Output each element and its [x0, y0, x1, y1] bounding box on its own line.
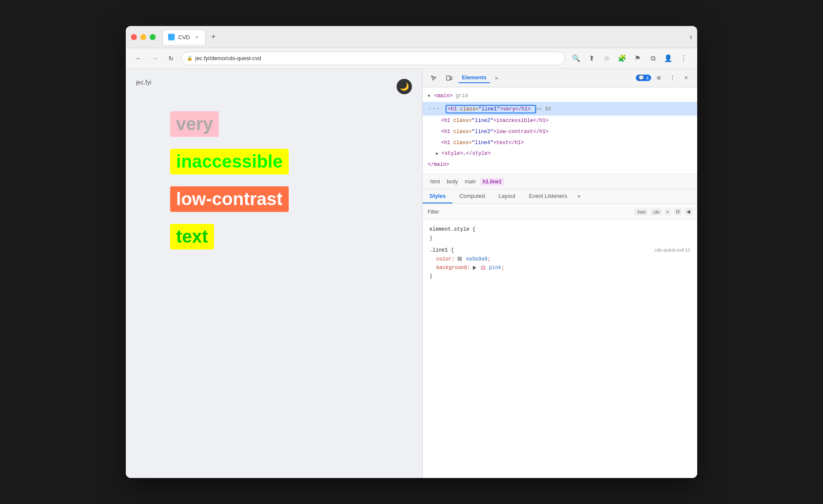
profile-icon[interactable]: 👤	[661, 52, 675, 65]
text-line-text: text	[170, 224, 214, 249]
css-selector-line1[interactable]: .line1 {	[429, 247, 454, 253]
toggle-style-button[interactable]: ⊟	[674, 208, 682, 215]
breadcrumb-main[interactable]: main	[462, 178, 478, 185]
hov-button[interactable]: :hov	[635, 209, 648, 215]
svg-rect-0	[446, 76, 450, 80]
menu-icon[interactable]: ⋮	[677, 52, 690, 65]
close-window-button[interactable]	[131, 34, 137, 40]
badge-count: 4	[646, 75, 649, 81]
text-items: very inaccessible low-contrast text	[136, 98, 412, 249]
tab-favicon: 🌐	[168, 34, 175, 41]
dom-row-main-close[interactable]: </main>	[423, 159, 697, 171]
cls-button[interactable]: .cls	[650, 209, 662, 215]
css-source-link[interactable]: cds-quest-cvd:11	[655, 246, 690, 254]
css-rules: element.style { } .line1 { cds-quest-cvd…	[423, 220, 697, 478]
split-icon[interactable]: ⧉	[646, 52, 660, 65]
filter-bar: Filter :hov .cls + ⊟ ◀	[423, 204, 697, 220]
traffic-lights	[131, 34, 156, 40]
address-bar[interactable]: 🔒 jec.fyi/demo/cds-quest-cvd	[181, 52, 565, 65]
tab-event-listeners[interactable]: Event Listeners	[522, 189, 574, 203]
color-swatch-pink[interactable]	[481, 266, 485, 270]
styles-tabs: Styles Computed Layout Event Listeners »	[423, 189, 697, 204]
share-icon[interactable]: ⬆	[585, 52, 598, 65]
tab-label: CVD	[178, 34, 190, 41]
text-line-low-contrast: low-contrast	[170, 186, 289, 212]
page-content: jec.fyi 🌙 very inaccessible low-contrast…	[126, 69, 422, 478]
search-icon[interactable]: 🔍	[569, 52, 583, 65]
css-selector-element-style: element.style {	[429, 226, 475, 232]
add-style-button[interactable]: +	[664, 209, 671, 215]
css-property-background[interactable]: background: pink;	[429, 264, 690, 272]
new-tab-button[interactable]: +	[207, 31, 219, 43]
dark-mode-button[interactable]: 🌙	[397, 79, 412, 94]
selected-element-highlight: <h1 class="line1">very</h1>	[446, 105, 536, 113]
more-tabs-button[interactable]: »	[493, 73, 500, 83]
css-block-element-style: element.style { }	[423, 223, 697, 244]
collapse-button[interactable]: ◀	[684, 208, 692, 215]
filter-input[interactable]: Filter	[428, 209, 631, 215]
tab-styles[interactable]: Styles	[423, 189, 452, 203]
devtools-settings-icon[interactable]: ⚙	[653, 72, 665, 84]
breadcrumb-bar: html body main h1.line1	[423, 174, 697, 189]
tab-computed[interactable]: Computed	[452, 189, 492, 203]
dom-row-main[interactable]: ▼ <main> grid	[423, 91, 697, 102]
dom-row-h1-line2[interactable]: <h1 class="line2">inaccessible</h1>	[423, 116, 697, 127]
css-property-color[interactable]: color: #a9a9a9;	[429, 255, 690, 264]
extension-icon[interactable]: 🧩	[615, 52, 629, 65]
main-area: jec.fyi 🌙 very inaccessible low-contrast…	[126, 69, 697, 478]
devtools-toolbar-right: 💬 4 ⚙ ⋮ ×	[636, 72, 692, 84]
inspect-element-icon[interactable]	[428, 72, 440, 84]
svg-rect-1	[450, 77, 452, 80]
dom-tree: ▼ <main> grid ··· <h1 class="line1">very…	[423, 87, 697, 174]
lock-icon: 🔒	[187, 55, 193, 61]
browser-window: 🌐 CVD × + › ← → ↻ 🔒 jec.fyi/demo/cds-que…	[126, 26, 697, 478]
flag-icon[interactable]: ⚑	[631, 52, 644, 65]
minimize-window-button[interactable]	[140, 34, 146, 40]
dom-row-style[interactable]: ▶ <style>…</style>	[423, 148, 697, 159]
forward-button[interactable]: →	[149, 52, 161, 64]
breadcrumb-html[interactable]: html	[428, 178, 443, 185]
dom-row-dots: ···	[428, 105, 440, 113]
nav-icons-right: 🔍 ⬆ ☆ 🧩 ⚑ ⧉ 👤 ⋮	[569, 52, 690, 65]
address-text: jec.fyi/demo/cds-quest-cvd	[195, 55, 261, 61]
devtools-toolbar: Elements » 💬 4 ⚙ ⋮ ×	[423, 69, 697, 87]
devtools-more-menu[interactable]: ⋮	[667, 72, 678, 84]
color-swatch-a9a9a9[interactable]	[458, 257, 462, 261]
maximize-window-button[interactable]	[150, 34, 156, 40]
tab-bar: 🌐 CVD × +	[162, 29, 686, 45]
dom-row-h1-line3[interactable]: <h1 class="line3">low-contrast</h1>	[423, 127, 697, 138]
nav-bar: ← → ↻ 🔒 jec.fyi/demo/cds-quest-cvd 🔍 ⬆ ☆…	[126, 48, 697, 69]
tab-close-button[interactable]: ×	[193, 34, 200, 41]
badge-icon: 💬	[638, 75, 644, 81]
text-line-inaccessible: inaccessible	[170, 149, 289, 174]
breadcrumb-body[interactable]: body	[444, 178, 461, 185]
refresh-button[interactable]: ↻	[165, 52, 177, 64]
site-name: jec.fyi	[136, 79, 151, 86]
text-line-very: very	[170, 111, 219, 137]
tab-layout[interactable]: Layout	[492, 189, 522, 203]
elements-tab[interactable]: Elements	[458, 72, 490, 83]
window-more-button[interactable]: ›	[690, 32, 692, 41]
devtools-close-button[interactable]: ×	[680, 72, 692, 84]
issues-badge[interactable]: 💬 4	[636, 75, 651, 81]
css-block-line1: .line1 { cds-quest-cvd:11 color: #a9a9a9…	[423, 244, 697, 283]
device-toolbar-icon[interactable]	[443, 72, 455, 84]
dom-row-h1-line4[interactable]: <h1 class="line4">text</h1>	[423, 138, 697, 149]
browser-tab[interactable]: 🌐 CVD ×	[162, 29, 206, 45]
dom-row-h1-line1[interactable]: ··· <h1 class="line1">very</h1> == $0	[423, 102, 697, 116]
background-expand-icon[interactable]	[473, 266, 476, 270]
back-button[interactable]: ←	[133, 52, 145, 64]
tab-more[interactable]: »	[574, 189, 584, 203]
breadcrumb-h1-line1[interactable]: h1.line1	[480, 178, 504, 185]
bookmark-icon[interactable]: ☆	[600, 52, 614, 65]
devtools-panel: Elements » 💬 4 ⚙ ⋮ × ▼ <main>	[422, 69, 697, 478]
title-bar: 🌐 CVD × + ›	[126, 26, 697, 48]
